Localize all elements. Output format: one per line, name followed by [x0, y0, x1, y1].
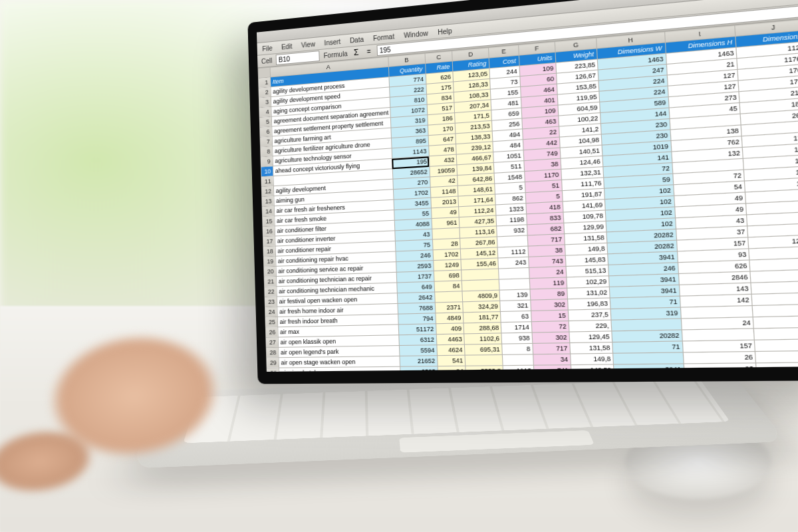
row-header[interactable]: 20	[264, 266, 276, 277]
menu-file[interactable]: File	[262, 44, 273, 52]
cell[interactable]: 131,58	[570, 342, 613, 354]
cell[interactable]: 717	[533, 343, 571, 354]
menu-edit[interactable]: Edit	[281, 43, 293, 51]
cell[interactable]: 794	[398, 313, 436, 325]
menu-help[interactable]: Help	[438, 27, 452, 35]
cell[interactable]: 302	[531, 299, 569, 311]
cell[interactable]: 2371	[435, 302, 464, 313]
row-header[interactable]: 6	[260, 126, 272, 137]
row-header[interactable]: 9	[261, 156, 273, 167]
cell[interactable]: 4849	[436, 313, 464, 324]
row-header[interactable]: 24	[265, 307, 277, 317]
row-header[interactable]: 8	[260, 146, 272, 157]
cell[interactable]: 138,46	[751, 281, 798, 295]
cell[interactable]: 4624	[437, 344, 466, 356]
cell[interactable]	[499, 267, 529, 279]
cell[interactable]: 1112	[498, 246, 529, 258]
cell[interactable]: 84	[434, 281, 463, 292]
cell[interactable]: 89	[530, 288, 567, 300]
cell[interactable]: 102,29	[567, 276, 610, 288]
cell[interactable]: 409	[436, 323, 464, 334]
cell[interactable]: 1737	[396, 271, 434, 283]
cell[interactable]: 938	[501, 332, 533, 344]
row-header[interactable]: 27	[266, 337, 279, 348]
row-header[interactable]: 11	[261, 176, 273, 187]
cell[interactable]: 6312	[399, 334, 437, 346]
cell[interactable]: 24	[681, 317, 754, 330]
menu-window[interactable]: Window	[404, 29, 428, 39]
cell[interactable]	[497, 235, 528, 247]
cell[interactable]: 961	[432, 217, 460, 229]
cell[interactable]: 129,45	[569, 331, 612, 343]
cell[interactable]: 288,68	[464, 323, 501, 334]
cell[interactable]: 4463	[436, 334, 465, 345]
cell[interactable]	[503, 354, 534, 366]
cell[interactable]	[753, 315, 798, 329]
cell[interactable]	[432, 227, 460, 239]
row-header[interactable]: 22	[265, 287, 277, 297]
cell[interactable]	[435, 291, 464, 303]
cell[interactable]: 149,8	[571, 353, 614, 364]
cell[interactable]: 275,68	[755, 338, 798, 351]
cell[interactable]: 20282	[612, 330, 682, 342]
cell[interactable]: 7688	[398, 303, 436, 314]
cell[interactable]: 237,5	[568, 309, 611, 321]
select-all-corner[interactable]	[258, 67, 270, 78]
cell[interactable]: 157	[682, 340, 755, 352]
row-header[interactable]: 23	[265, 297, 277, 307]
cell[interactable]: 741	[533, 365, 571, 372]
cell[interactable]: 243	[498, 257, 529, 269]
row-header[interactable]: 25	[265, 317, 278, 327]
cell[interactable]: 302	[532, 332, 570, 343]
cell[interactable]: air view hotel	[279, 366, 400, 372]
row-header[interactable]: 30	[267, 368, 279, 372]
row-header[interactable]: 10	[261, 166, 273, 177]
cell[interactable]: 2642	[397, 292, 435, 303]
cell[interactable]: 1714	[501, 322, 532, 333]
cell[interactable]: 34	[533, 354, 571, 365]
grid-table[interactable]: A B C D E F G H I J 1ItemQuantityRateRat…	[258, 18, 798, 372]
cell[interactable]: 262,37	[750, 269, 798, 283]
cell[interactable]	[462, 269, 499, 281]
menu-data[interactable]: Data	[350, 35, 364, 44]
row-header[interactable]: 19	[263, 256, 275, 267]
cell[interactable]	[613, 352, 684, 364]
cell[interactable]: 94	[438, 366, 466, 372]
row-header[interactable]: 29	[267, 358, 279, 368]
cell[interactable]	[682, 329, 755, 341]
cell[interactable]: 196,83	[568, 298, 611, 310]
row-header[interactable]: 3	[259, 97, 271, 108]
menu-view[interactable]: View	[301, 40, 315, 49]
row-header[interactable]: 26	[265, 327, 278, 338]
cell[interactable]: 1113	[503, 365, 535, 372]
row-header[interactable]: 7	[260, 136, 272, 147]
cell[interactable]: 181,77	[464, 311, 501, 323]
row-header[interactable]: 15	[263, 216, 275, 227]
cell[interactable]: 140,59	[571, 364, 614, 372]
cell[interactable]: air open stage wacken open	[279, 356, 400, 368]
cell[interactable]: 3941	[614, 364, 684, 372]
row-header[interactable]: 1	[258, 77, 270, 88]
row-header[interactable]: 14	[262, 206, 274, 217]
cell[interactable]	[611, 319, 682, 331]
cell[interactable]: 229,	[569, 320, 612, 332]
cell[interactable]: 1249	[434, 259, 462, 271]
cell[interactable]	[466, 354, 503, 366]
row-header[interactable]: 13	[262, 196, 274, 207]
spreadsheet-grid[interactable]: A B C D E F G H I J 1ItemQuantityRateRat…	[258, 18, 798, 372]
cell[interactable]: 273,08	[749, 246, 798, 260]
cell[interactable]: 12918,47	[755, 350, 798, 363]
row-header[interactable]: 5	[259, 116, 271, 127]
sigma-icon[interactable]: Σ	[351, 47, 360, 57]
cell[interactable]: 649	[397, 281, 435, 293]
cell[interactable]: 273,08	[756, 362, 798, 372]
row-header[interactable]: 21	[264, 277, 277, 287]
cell[interactable]: 131,02	[567, 287, 610, 299]
cell[interactable]	[462, 279, 500, 291]
cell[interactable]: 51172	[398, 324, 436, 335]
cell[interactable]: 6303	[400, 366, 438, 372]
cell[interactable]: 541	[437, 355, 466, 366]
cell[interactable]: 139	[499, 289, 530, 301]
cell[interactable]: 273,08	[749, 257, 798, 271]
cell[interactable]: 324,29	[463, 301, 501, 312]
